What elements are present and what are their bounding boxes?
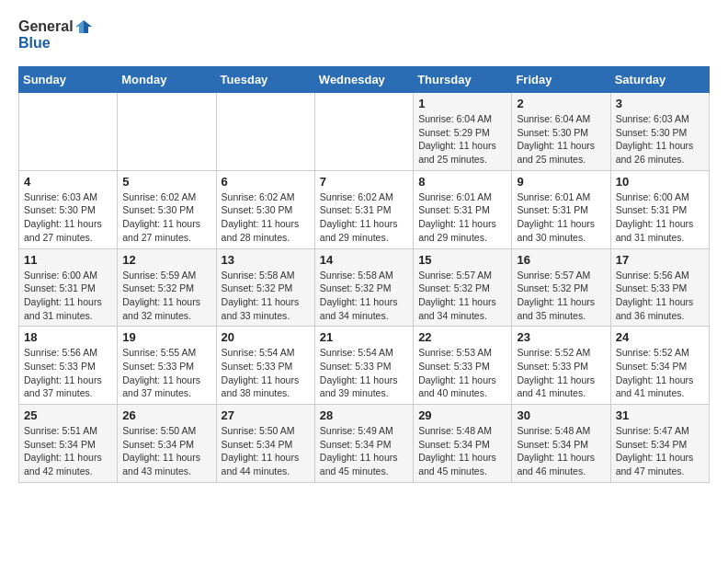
calendar-cell: 14Sunrise: 5:58 AMSunset: 5:32 PMDayligh…: [314, 248, 413, 327]
calendar-cell: 15Sunrise: 5:57 AMSunset: 5:32 PMDayligh…: [414, 248, 512, 327]
day-info: Sunrise: 5:58 AMSunset: 5:32 PMDaylight:…: [222, 269, 310, 323]
day-info: Sunrise: 6:03 AMSunset: 5:30 PMDaylight:…: [24, 190, 112, 245]
day-number: 27: [222, 408, 310, 422]
day-number: 13: [222, 253, 310, 267]
calendar-cell: [314, 93, 413, 171]
day-info: Sunrise: 5:48 AMSunset: 5:34 PMDaylight:…: [517, 424, 605, 478]
calendar-cell: 1Sunrise: 6:04 AMSunset: 5:29 PMDaylight…: [414, 93, 512, 171]
calendar-cell: 31Sunrise: 5:47 AMSunset: 5:34 PMDayligh…: [610, 405, 709, 483]
day-info: Sunrise: 5:47 AMSunset: 5:34 PMDaylight:…: [616, 424, 704, 478]
day-number: 26: [122, 408, 210, 422]
day-number: 17: [616, 253, 704, 267]
day-number: 15: [418, 253, 506, 267]
calendar-cell: 6Sunrise: 6:02 AMSunset: 5:30 PMDaylight…: [216, 170, 314, 248]
calendar-week-row: 4Sunrise: 6:03 AMSunset: 5:30 PMDaylight…: [19, 170, 710, 248]
calendar-week-row: 1Sunrise: 6:04 AMSunset: 5:29 PMDaylight…: [19, 93, 710, 171]
day-number: 29: [418, 408, 506, 422]
day-info: Sunrise: 5:54 AMSunset: 5:33 PMDaylight:…: [320, 346, 408, 400]
day-info: Sunrise: 5:50 AMSunset: 5:34 PMDaylight:…: [222, 424, 310, 478]
day-number: 22: [418, 330, 506, 344]
calendar-cell: 26Sunrise: 5:50 AMSunset: 5:34 PMDayligh…: [118, 405, 216, 483]
calendar-cell: [19, 93, 118, 171]
calendar-cell: 16Sunrise: 5:57 AMSunset: 5:32 PMDayligh…: [512, 248, 610, 327]
calendar-cell: 19Sunrise: 5:55 AMSunset: 5:33 PMDayligh…: [118, 327, 216, 405]
day-number: 30: [517, 408, 605, 422]
calendar-cell: 3Sunrise: 6:03 AMSunset: 5:30 PMDaylight…: [610, 93, 709, 171]
calendar-cell: 18Sunrise: 5:56 AMSunset: 5:33 PMDayligh…: [19, 327, 118, 405]
calendar-cell: 10Sunrise: 6:00 AMSunset: 5:31 PMDayligh…: [610, 170, 709, 248]
day-info: Sunrise: 5:52 AMSunset: 5:33 PMDaylight:…: [517, 346, 605, 400]
day-info: Sunrise: 5:55 AMSunset: 5:33 PMDaylight:…: [122, 346, 210, 400]
day-number: 9: [517, 175, 605, 189]
day-number: 21: [320, 330, 408, 344]
svg-marker-0: [84, 20, 92, 33]
calendar-cell: 25Sunrise: 5:51 AMSunset: 5:34 PMDayligh…: [19, 405, 118, 483]
day-info: Sunrise: 5:57 AMSunset: 5:32 PMDaylight:…: [418, 269, 506, 323]
logo: General Blue: [18, 18, 92, 52]
day-number: 7: [320, 175, 408, 189]
day-number: 6: [222, 175, 310, 189]
day-info: Sunrise: 5:57 AMSunset: 5:32 PMDaylight:…: [517, 269, 605, 323]
calendar-cell: 24Sunrise: 5:52 AMSunset: 5:34 PMDayligh…: [610, 327, 709, 405]
calendar-cell: 22Sunrise: 5:53 AMSunset: 5:33 PMDayligh…: [414, 327, 512, 405]
calendar-week-row: 25Sunrise: 5:51 AMSunset: 5:34 PMDayligh…: [19, 405, 710, 483]
day-info: Sunrise: 5:48 AMSunset: 5:34 PMDaylight:…: [418, 424, 506, 478]
day-info: Sunrise: 5:53 AMSunset: 5:33 PMDaylight:…: [418, 346, 506, 400]
day-number: 11: [24, 253, 112, 267]
day-info: Sunrise: 6:02 AMSunset: 5:30 PMDaylight:…: [122, 190, 210, 245]
page-header: General Blue: [18, 18, 710, 52]
day-info: Sunrise: 6:01 AMSunset: 5:31 PMDaylight:…: [418, 190, 506, 245]
day-number: 28: [320, 408, 408, 422]
calendar-cell: 5Sunrise: 6:02 AMSunset: 5:30 PMDaylight…: [118, 170, 216, 248]
day-info: Sunrise: 6:02 AMSunset: 5:31 PMDaylight:…: [320, 190, 408, 245]
calendar-week-row: 11Sunrise: 6:00 AMSunset: 5:31 PMDayligh…: [19, 248, 710, 327]
day-header-thursday: Thursday: [414, 67, 512, 93]
day-header-sunday: Sunday: [19, 67, 118, 93]
calendar-cell: 11Sunrise: 6:00 AMSunset: 5:31 PMDayligh…: [19, 248, 118, 327]
day-number: 5: [122, 175, 210, 189]
day-number: 18: [24, 330, 112, 344]
logo-general: General: [18, 18, 74, 35]
day-header-saturday: Saturday: [610, 67, 709, 93]
day-info: Sunrise: 5:49 AMSunset: 5:34 PMDaylight:…: [320, 424, 408, 478]
day-number: 20: [222, 330, 310, 344]
day-number: 12: [122, 253, 210, 267]
calendar-cell: 12Sunrise: 5:59 AMSunset: 5:32 PMDayligh…: [118, 248, 216, 327]
logo-blue: Blue: [18, 35, 51, 52]
day-number: 10: [616, 175, 704, 189]
logo-bird-icon: [75, 18, 92, 35]
day-info: Sunrise: 5:58 AMSunset: 5:32 PMDaylight:…: [320, 269, 408, 323]
calendar-cell: 17Sunrise: 5:56 AMSunset: 5:33 PMDayligh…: [610, 248, 709, 327]
day-number: 23: [517, 330, 605, 344]
day-info: Sunrise: 5:59 AMSunset: 5:32 PMDaylight:…: [122, 269, 210, 323]
calendar-week-row: 18Sunrise: 5:56 AMSunset: 5:33 PMDayligh…: [19, 327, 710, 405]
calendar-cell: [216, 93, 314, 171]
day-info: Sunrise: 5:51 AMSunset: 5:34 PMDaylight:…: [24, 424, 112, 478]
day-header-monday: Monday: [118, 67, 216, 93]
day-number: 19: [122, 330, 210, 344]
svg-marker-1: [75, 20, 84, 33]
calendar-cell: 2Sunrise: 6:04 AMSunset: 5:30 PMDaylight…: [512, 93, 610, 171]
day-number: 1: [418, 97, 506, 110]
day-number: 16: [517, 253, 605, 267]
calendar-cell: 4Sunrise: 6:03 AMSunset: 5:30 PMDaylight…: [19, 170, 118, 248]
day-info: Sunrise: 5:54 AMSunset: 5:33 PMDaylight:…: [222, 346, 310, 400]
day-header-wednesday: Wednesday: [314, 67, 413, 93]
day-info: Sunrise: 6:00 AMSunset: 5:31 PMDaylight:…: [616, 190, 704, 245]
calendar-cell: 13Sunrise: 5:58 AMSunset: 5:32 PMDayligh…: [216, 248, 314, 327]
calendar-cell: 7Sunrise: 6:02 AMSunset: 5:31 PMDaylight…: [314, 170, 413, 248]
day-info: Sunrise: 6:04 AMSunset: 5:30 PMDaylight:…: [517, 112, 605, 167]
day-number: 8: [418, 175, 506, 189]
calendar-cell: 8Sunrise: 6:01 AMSunset: 5:31 PMDaylight…: [414, 170, 512, 248]
day-number: 31: [616, 408, 704, 422]
day-info: Sunrise: 5:52 AMSunset: 5:34 PMDaylight:…: [616, 346, 704, 400]
day-info: Sunrise: 5:56 AMSunset: 5:33 PMDaylight:…: [24, 346, 112, 400]
day-number: 24: [616, 330, 704, 344]
day-number: 14: [320, 253, 408, 267]
calendar-cell: 23Sunrise: 5:52 AMSunset: 5:33 PMDayligh…: [512, 327, 610, 405]
day-number: 25: [24, 408, 112, 422]
day-info: Sunrise: 6:04 AMSunset: 5:29 PMDaylight:…: [418, 112, 506, 167]
day-info: Sunrise: 5:56 AMSunset: 5:33 PMDaylight:…: [616, 269, 704, 323]
day-header-tuesday: Tuesday: [216, 67, 314, 93]
day-number: 3: [616, 97, 704, 110]
